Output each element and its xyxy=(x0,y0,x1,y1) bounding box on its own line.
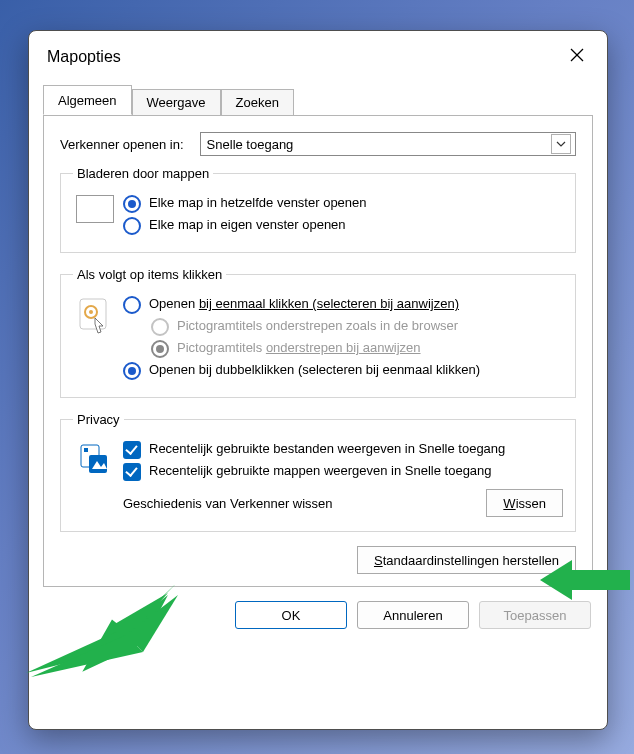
titlebar: Mapopties xyxy=(29,31,607,79)
restore-defaults-button[interactable]: Standaardinstellingen herstellen xyxy=(357,546,576,574)
pointer-icon xyxy=(73,292,117,336)
dialog-actions: OK Annuleren Toepassen xyxy=(29,587,607,645)
ok-button[interactable]: OK xyxy=(235,601,347,629)
radio-same-window-label: Elke map in hetzelfde venster openen xyxy=(149,194,563,211)
radio-double-click[interactable] xyxy=(123,362,141,380)
window-title: Mapopties xyxy=(47,48,121,66)
svg-rect-6 xyxy=(84,448,88,452)
checkbox-recent-files-label: Recentelijk gebruikte bestanden weergeve… xyxy=(149,440,563,457)
radio-same-window[interactable] xyxy=(123,195,141,213)
folder-icon xyxy=(73,191,117,223)
privacy-icon xyxy=(73,437,117,477)
radio-single-click[interactable] xyxy=(123,296,141,314)
checkbox-recent-folders-label: Recentelijk gebruikte mappen weergeven i… xyxy=(149,462,563,479)
apply-button: Toepassen xyxy=(479,601,591,629)
tab-view[interactable]: Weergave xyxy=(132,89,221,116)
checkbox-recent-folders[interactable] xyxy=(123,463,141,481)
folder-options-dialog: Mapopties Algemeen Weergave Zoeken Verke… xyxy=(28,30,608,730)
tab-search[interactable]: Zoeken xyxy=(221,89,294,116)
checkbox-recent-files[interactable] xyxy=(123,441,141,459)
close-button[interactable] xyxy=(559,43,595,71)
cancel-button[interactable]: Annuleren xyxy=(357,601,469,629)
history-label: Geschiedenis van Verkenner wissen xyxy=(123,496,333,511)
svg-point-4 xyxy=(89,310,93,314)
radio-double-click-label: Openen bij dubbelklikken (selecteren bij… xyxy=(149,361,563,378)
radio-single-click-label: Openen bij eenmaal klikken (selecteren b… xyxy=(149,295,563,312)
chevron-down-icon xyxy=(551,134,571,154)
svg-rect-2 xyxy=(80,299,106,329)
click-group: Als volgt op items klikken Openen bij ee… xyxy=(60,267,576,398)
radio-underline-point-label: Pictogramtitels onderstrepen bij aanwijz… xyxy=(177,339,563,356)
privacy-legend: Privacy xyxy=(73,412,124,427)
tab-strip: Algemeen Weergave Zoeken xyxy=(43,85,593,115)
clear-button[interactable]: Wissen xyxy=(486,489,563,517)
browse-legend: Bladeren door mappen xyxy=(73,166,213,181)
close-icon xyxy=(570,47,584,67)
tabpanel-general: Verkenner openen in: Snelle toegang Blad… xyxy=(43,115,593,587)
open-in-dropdown[interactable]: Snelle toegang xyxy=(200,132,576,156)
open-in-label: Verkenner openen in: xyxy=(60,137,184,152)
radio-own-window[interactable] xyxy=(123,217,141,235)
tab-general[interactable]: Algemeen xyxy=(43,85,132,115)
privacy-group: Privacy Recentelijk gebruikte bestanden … xyxy=(60,412,576,532)
radio-underline-point xyxy=(151,340,169,358)
radio-underline-browser-label: Pictogramtitels onderstrepen zoals in de… xyxy=(177,317,563,334)
click-legend: Als volgt op items klikken xyxy=(73,267,226,282)
open-in-value: Snelle toegang xyxy=(207,137,294,152)
browse-group: Bladeren door mappen Elke map in hetzelf… xyxy=(60,166,576,253)
radio-underline-browser xyxy=(151,318,169,336)
open-in-row: Verkenner openen in: Snelle toegang xyxy=(60,132,576,156)
radio-own-window-label: Elke map in eigen venster openen xyxy=(149,216,563,233)
